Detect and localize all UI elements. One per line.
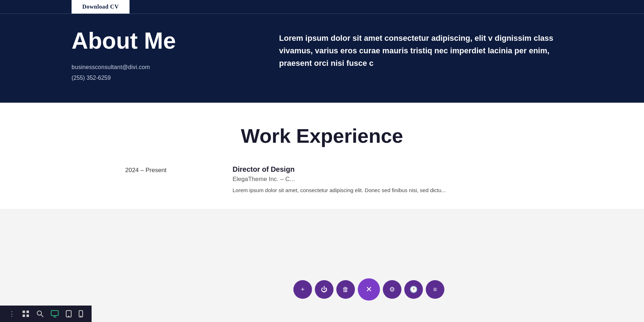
about-phone: (255) 352-6259 [72, 75, 250, 81]
floating-action-buttons: + ⏻ 🗑 ✕ ⚙ 🕐 ≡ [293, 278, 444, 301]
svg-rect-0 [23, 311, 25, 313]
fab-add-button[interactable]: + [293, 280, 312, 299]
fab-delete-button[interactable]: 🗑 [336, 280, 355, 299]
monitor-icon[interactable] [51, 310, 59, 317]
svg-point-12 [80, 316, 81, 317]
about-right-column: Lorem ipsum dolor sit amet consectetur a… [279, 28, 572, 70]
fab-power-button[interactable]: ⏻ [315, 280, 333, 299]
work-job-title: Director of Design [233, 165, 519, 174]
phone-icon[interactable] [79, 310, 83, 317]
download-cv-button[interactable]: Download CV [72, 0, 130, 14]
svg-line-5 [41, 315, 43, 317]
menu-icon[interactable]: ⋮ [9, 310, 15, 318]
svg-rect-6 [51, 311, 58, 316]
tablet-icon[interactable] [66, 310, 72, 317]
svg-rect-2 [23, 314, 25, 317]
download-bar: Download CV [0, 0, 644, 14]
top-section: Download CV About Me businessconsultant@… [0, 0, 644, 103]
work-entry: 2024 – Present Director of Design ElegaT… [0, 165, 644, 195]
about-left-column: About Me businessconsultant@divi.com (25… [72, 28, 250, 81]
work-company: ElegaTheme Inc. – C... [233, 176, 519, 183]
search-icon[interactable] [36, 310, 44, 317]
work-description: Lorem ipsum dolor sit amet, consectetur … [233, 186, 519, 195]
svg-rect-3 [26, 314, 29, 317]
svg-point-10 [68, 316, 69, 317]
work-experience-title: Work Experience [0, 124, 644, 147]
bottom-toolbar: ⋮ [0, 306, 92, 322]
fab-close-button[interactable]: ✕ [358, 278, 380, 301]
fab-bars-button[interactable]: ≡ [426, 280, 444, 299]
about-section: About Me businessconsultant@divi.com (25… [0, 28, 644, 81]
about-description: Lorem ipsum dolor sit amet consectetur a… [279, 32, 572, 70]
section-divider [0, 14, 644, 14]
svg-rect-1 [26, 311, 29, 313]
about-title: About Me [72, 28, 250, 53]
white-section: Work Experience 2024 – Present Director … [0, 103, 644, 209]
fab-history-button[interactable]: 🕐 [404, 280, 423, 299]
work-details: Director of Design ElegaTheme Inc. – C..… [233, 165, 519, 195]
work-date: 2024 – Present [125, 165, 197, 174]
fab-settings-button[interactable]: ⚙ [383, 280, 401, 299]
grid-icon[interactable] [22, 310, 29, 317]
svg-point-4 [37, 311, 42, 315]
about-email: businessconsultant@divi.com [72, 64, 250, 70]
